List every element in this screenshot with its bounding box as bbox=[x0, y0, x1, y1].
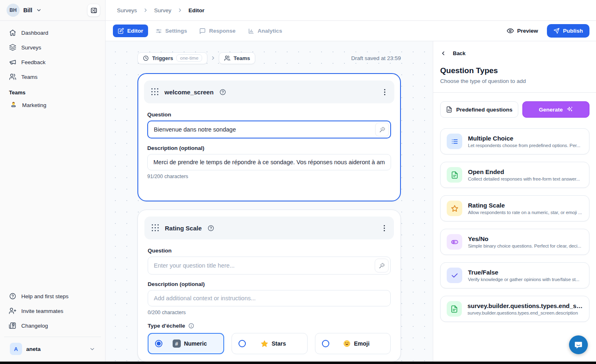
account-avatar: A bbox=[10, 343, 22, 355]
sidebar-item-label: Marketing bbox=[22, 102, 46, 108]
scale-type-options: # Numeric Stars Emoji bbox=[148, 333, 391, 354]
home-icon bbox=[9, 29, 16, 36]
sidebar-item-changelog[interactable]: Changelog bbox=[4, 319, 101, 333]
tab-settings[interactable]: Settings bbox=[151, 25, 192, 38]
chat-launcher-button[interactable] bbox=[569, 335, 588, 354]
preview-button[interactable]: Preview bbox=[507, 27, 538, 34]
description-input[interactable] bbox=[148, 290, 391, 306]
type-description: Let respondents choose from predefined o… bbox=[468, 143, 580, 148]
check-icon bbox=[447, 268, 462, 283]
description-input[interactable] bbox=[147, 154, 391, 170]
pencil-square-icon bbox=[118, 28, 124, 34]
tab-analytics[interactable]: Analytics bbox=[243, 25, 287, 38]
sidebar-item-dashboard[interactable]: Dashboard bbox=[4, 26, 101, 40]
panel-subtitle: Choose the type of question to add bbox=[440, 78, 589, 84]
chevron-right-icon bbox=[143, 7, 148, 13]
type-card-open-ended[interactable]: Open Ended Collect detailed responses wi… bbox=[440, 162, 589, 188]
type-name: Multiple Choice bbox=[468, 135, 580, 142]
generate-button[interactable]: Generate bbox=[522, 101, 589, 118]
toggle-icon bbox=[447, 234, 462, 250]
hash-icon: # bbox=[173, 339, 181, 348]
sidebar-item-help[interactable]: Help and first steps bbox=[4, 289, 101, 303]
question-type-list: Multiple Choice Let respondents choose f… bbox=[433, 118, 596, 322]
one-time-badge: one-time bbox=[176, 54, 202, 62]
tab-response[interactable]: Response bbox=[194, 25, 241, 38]
sidebar-item-surveys[interactable]: Surveys bbox=[4, 40, 101, 54]
type-description: Simple binary choice questions. Perfect … bbox=[468, 243, 581, 248]
type-card-end-screen[interactable]: survey.builder.questions.types.end_scr..… bbox=[440, 296, 589, 322]
newspaper-icon bbox=[9, 322, 16, 329]
card-menu-icon[interactable] bbox=[382, 223, 387, 233]
ai-rewrite-button[interactable] bbox=[375, 123, 389, 136]
info-icon[interactable] bbox=[188, 323, 194, 329]
file-code-icon bbox=[446, 106, 452, 113]
question-input[interactable] bbox=[147, 121, 391, 138]
tab-editor[interactable]: Editor bbox=[113, 25, 148, 37]
sidebar-item-teams[interactable]: Teams bbox=[4, 70, 101, 84]
sidebar-item-label: Dashboard bbox=[21, 30, 48, 36]
tab-label: Response bbox=[209, 28, 236, 34]
megaphone-icon bbox=[9, 58, 16, 66]
sidebar-item-marketing[interactable]: Marketing bbox=[4, 98, 101, 112]
scale-option-emoji[interactable]: Emoji bbox=[315, 333, 391, 354]
card-menu-icon[interactable] bbox=[382, 87, 387, 97]
description-label: Description (optional) bbox=[148, 281, 391, 287]
send-icon bbox=[553, 28, 560, 34]
bar-chart-icon bbox=[248, 28, 254, 34]
tab-label: Editor bbox=[127, 28, 143, 34]
triggers-chip[interactable]: Triggers one-time bbox=[137, 52, 207, 64]
question-types-panel: Back Question Types Choose the type of q… bbox=[433, 41, 596, 362]
type-card-rating-scale[interactable]: Rating Scale Allow respondents to rate o… bbox=[440, 195, 589, 221]
type-name: Open Ended bbox=[468, 168, 580, 175]
help-circle-icon[interactable] bbox=[207, 225, 214, 232]
sidebar-item-feedback[interactable]: Feedback bbox=[4, 55, 101, 69]
star-icon bbox=[447, 201, 462, 216]
drag-handle-icon[interactable] bbox=[151, 88, 159, 96]
clock-icon bbox=[143, 55, 149, 61]
breadcrumb-survey[interactable]: Survey bbox=[154, 7, 171, 13]
sidebar-item-label: Help and first steps bbox=[21, 293, 69, 299]
drag-handle-icon[interactable] bbox=[152, 224, 159, 232]
predefined-questions-button[interactable]: Predefined questions bbox=[440, 101, 518, 118]
back-button[interactable]: Back bbox=[440, 50, 589, 56]
preview-label: Preview bbox=[517, 28, 538, 34]
sidebar-divider bbox=[4, 337, 101, 337]
sidebar-item-invite[interactable]: Invite teammates bbox=[4, 304, 101, 318]
breadcrumb-surveys[interactable]: Surveys bbox=[117, 7, 137, 13]
question-label: Question bbox=[148, 248, 391, 254]
smiley-emoji-icon bbox=[343, 340, 351, 347]
publish-label: Publish bbox=[563, 28, 583, 34]
welcome-screen-card[interactable]: welcome_screen Question Description (opt… bbox=[137, 73, 401, 201]
type-card-yes-no[interactable]: Yes/No Simple binary choice questions. P… bbox=[440, 229, 589, 255]
type-card-multiple-choice[interactable]: Multiple Choice Let respondents choose f… bbox=[440, 128, 589, 154]
help-circle-icon[interactable] bbox=[219, 89, 226, 96]
help-circle-icon bbox=[9, 293, 16, 300]
sidebar-collapse-button[interactable] bbox=[87, 4, 100, 17]
rating-scale-card[interactable]: Rating Scale Question Description (optio… bbox=[137, 210, 401, 362]
sidebar-section-teams-label: Teams bbox=[0, 84, 105, 98]
scale-option-stars[interactable]: Stars bbox=[232, 333, 307, 354]
ai-rewrite-button[interactable] bbox=[375, 259, 389, 272]
chevron-right-icon bbox=[177, 7, 183, 13]
card-header: Rating Scale bbox=[144, 217, 394, 239]
type-card-true-false[interactable]: True/False Verify knowledge or gather op… bbox=[440, 262, 589, 288]
question-label: Question bbox=[147, 112, 391, 118]
panel-collapse-icon bbox=[90, 7, 97, 14]
editor-toolbar: Editor Settings Response Analytics Previ… bbox=[106, 21, 596, 41]
sliders-icon bbox=[155, 28, 162, 34]
publish-button[interactable]: Publish bbox=[547, 24, 589, 38]
question-input[interactable] bbox=[148, 257, 391, 275]
scale-option-numeric[interactable]: # Numeric bbox=[148, 333, 224, 354]
teams-chip[interactable]: Teams bbox=[219, 52, 255, 64]
type-description: Allow respondents to rate on a numeric, … bbox=[468, 210, 582, 215]
char-count: 91/200 characters bbox=[147, 174, 391, 179]
workspace-switcher[interactable]: BH Bill bbox=[7, 4, 42, 17]
magic-wand-icon bbox=[379, 263, 385, 269]
panel-title: Question Types bbox=[440, 66, 589, 75]
account-menu[interactable]: A aneta bbox=[4, 338, 101, 362]
survey-canvas: Triggers one-time Teams Draft saved at 2… bbox=[106, 41, 433, 362]
type-name: survey.builder.questions.types.end_scr..… bbox=[468, 302, 583, 309]
workspace-avatar: BH bbox=[7, 4, 20, 17]
teams-chip-label: Teams bbox=[234, 55, 250, 61]
card-header: welcome_screen bbox=[144, 80, 394, 103]
